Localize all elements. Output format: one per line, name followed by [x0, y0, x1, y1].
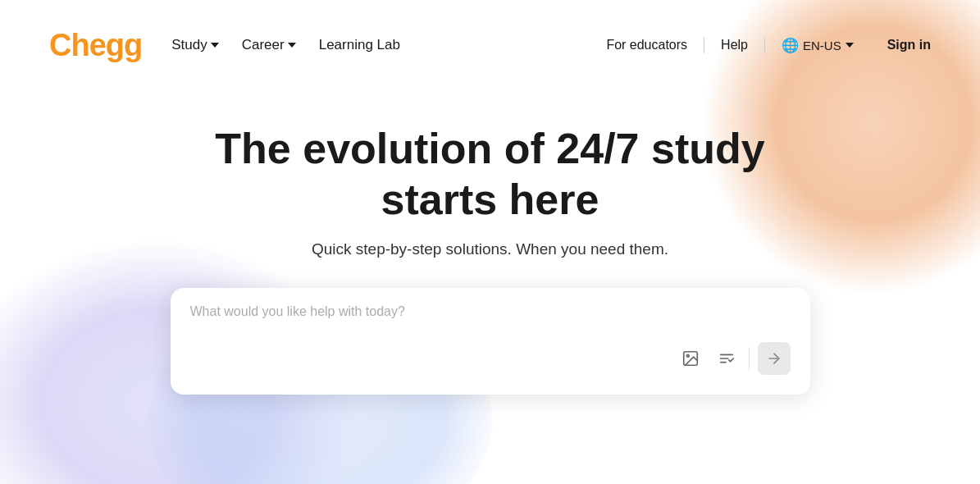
nav-label-career: Career [242, 37, 285, 53]
arrow-right-icon [766, 350, 782, 367]
nav-divider-3 [870, 37, 871, 53]
navbar-left: Chegg Study Career Learning Lab [49, 28, 400, 63]
chevron-down-icon-lang [846, 43, 854, 48]
nav-label-learning-lab: Learning Lab [319, 37, 400, 53]
nav-divider-2 [764, 37, 765, 53]
action-divider [749, 347, 750, 370]
upload-image-button[interactable] [677, 345, 704, 372]
search-input[interactable] [190, 304, 667, 370]
chevron-down-icon-career [288, 43, 296, 48]
submit-button[interactable] [758, 342, 791, 375]
language-selector[interactable]: 🌐 EN-US [782, 37, 854, 54]
language-label: EN-US [803, 39, 841, 53]
nav-item-help[interactable]: Help [721, 38, 748, 53]
nav-item-study[interactable]: Study [171, 37, 218, 53]
nav-divider-1 [704, 37, 704, 53]
formula-icon [718, 349, 736, 368]
nav-item-career[interactable]: Career [242, 37, 296, 53]
chevron-down-icon-study [211, 43, 219, 48]
logo[interactable]: Chegg [49, 28, 142, 63]
nav-item-learning-lab[interactable]: Learning Lab [319, 37, 400, 53]
svg-point-1 [686, 354, 689, 357]
hero-section: The evolution of 24/7 study starts here … [0, 90, 980, 395]
navbar: Chegg Study Career Learning Lab For educ… [0, 0, 980, 90]
nav-links: Study Career Learning Lab [171, 37, 400, 53]
nav-item-for-educators[interactable]: For educators [606, 38, 687, 53]
globe-icon: 🌐 [782, 37, 799, 54]
formula-button[interactable] [713, 345, 741, 372]
navbar-right: For educators Help 🌐 EN-US Sign in [606, 37, 931, 54]
logo-text: Chegg [49, 28, 142, 63]
hero-subtitle: Quick step-by-step solutions. When you n… [312, 240, 668, 258]
hero-title: The evolution of 24/7 study starts here [162, 123, 818, 226]
search-box [171, 288, 810, 395]
nav-label-study: Study [171, 37, 207, 53]
search-actions [677, 342, 791, 378]
sign-in-link[interactable]: Sign in [887, 38, 931, 53]
image-icon [681, 349, 700, 368]
